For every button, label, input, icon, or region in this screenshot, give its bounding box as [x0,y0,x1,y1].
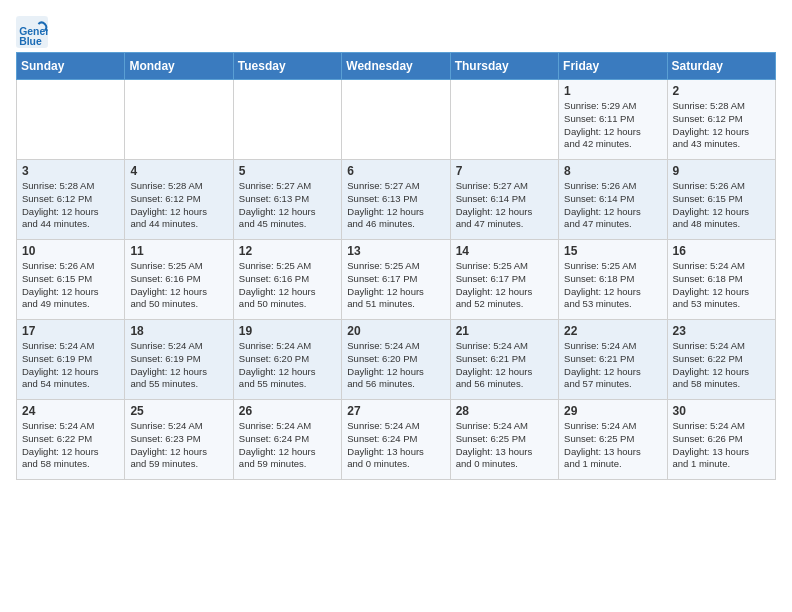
day-info: Sunrise: 5:26 AM Sunset: 6:15 PM Dayligh… [673,180,770,231]
calendar-cell: 23Sunrise: 5:24 AM Sunset: 6:22 PM Dayli… [667,320,775,400]
day-number: 13 [347,244,444,258]
day-info: Sunrise: 5:28 AM Sunset: 6:12 PM Dayligh… [130,180,227,231]
day-number: 20 [347,324,444,338]
day-number: 22 [564,324,661,338]
day-number: 9 [673,164,770,178]
weekday-header-row: SundayMondayTuesdayWednesdayThursdayFrid… [17,53,776,80]
day-number: 18 [130,324,227,338]
day-number: 6 [347,164,444,178]
weekday-header-wednesday: Wednesday [342,53,450,80]
calendar-cell: 27Sunrise: 5:24 AM Sunset: 6:24 PM Dayli… [342,400,450,480]
calendar-cell: 2Sunrise: 5:28 AM Sunset: 6:12 PM Daylig… [667,80,775,160]
day-number: 19 [239,324,336,338]
calendar-cell: 26Sunrise: 5:24 AM Sunset: 6:24 PM Dayli… [233,400,341,480]
day-info: Sunrise: 5:24 AM Sunset: 6:19 PM Dayligh… [130,340,227,391]
day-number: 16 [673,244,770,258]
calendar-cell: 21Sunrise: 5:24 AM Sunset: 6:21 PM Dayli… [450,320,558,400]
day-number: 15 [564,244,661,258]
week-row-1: 1Sunrise: 5:29 AM Sunset: 6:11 PM Daylig… [17,80,776,160]
day-info: Sunrise: 5:27 AM Sunset: 6:14 PM Dayligh… [456,180,553,231]
day-info: Sunrise: 5:25 AM Sunset: 6:18 PM Dayligh… [564,260,661,311]
calendar-cell: 18Sunrise: 5:24 AM Sunset: 6:19 PM Dayli… [125,320,233,400]
day-number: 30 [673,404,770,418]
day-info: Sunrise: 5:29 AM Sunset: 6:11 PM Dayligh… [564,100,661,151]
calendar-cell [342,80,450,160]
day-info: Sunrise: 5:24 AM Sunset: 6:20 PM Dayligh… [347,340,444,391]
calendar-cell: 30Sunrise: 5:24 AM Sunset: 6:26 PM Dayli… [667,400,775,480]
calendar-cell: 13Sunrise: 5:25 AM Sunset: 6:17 PM Dayli… [342,240,450,320]
day-info: Sunrise: 5:27 AM Sunset: 6:13 PM Dayligh… [347,180,444,231]
calendar-cell: 25Sunrise: 5:24 AM Sunset: 6:23 PM Dayli… [125,400,233,480]
day-number: 17 [22,324,119,338]
calendar-cell: 5Sunrise: 5:27 AM Sunset: 6:13 PM Daylig… [233,160,341,240]
calendar-cell [125,80,233,160]
day-info: Sunrise: 5:24 AM Sunset: 6:24 PM Dayligh… [239,420,336,471]
weekday-header-thursday: Thursday [450,53,558,80]
calendar-cell: 22Sunrise: 5:24 AM Sunset: 6:21 PM Dayli… [559,320,667,400]
day-number: 28 [456,404,553,418]
calendar-cell: 20Sunrise: 5:24 AM Sunset: 6:20 PM Dayli… [342,320,450,400]
day-info: Sunrise: 5:25 AM Sunset: 6:17 PM Dayligh… [347,260,444,311]
calendar-cell: 3Sunrise: 5:28 AM Sunset: 6:12 PM Daylig… [17,160,125,240]
day-number: 26 [239,404,336,418]
day-number: 27 [347,404,444,418]
calendar-cell: 28Sunrise: 5:24 AM Sunset: 6:25 PM Dayli… [450,400,558,480]
calendar-cell: 1Sunrise: 5:29 AM Sunset: 6:11 PM Daylig… [559,80,667,160]
calendar-cell: 15Sunrise: 5:25 AM Sunset: 6:18 PM Dayli… [559,240,667,320]
calendar-cell: 11Sunrise: 5:25 AM Sunset: 6:16 PM Dayli… [125,240,233,320]
week-row-3: 10Sunrise: 5:26 AM Sunset: 6:15 PM Dayli… [17,240,776,320]
day-info: Sunrise: 5:24 AM Sunset: 6:21 PM Dayligh… [456,340,553,391]
day-number: 1 [564,84,661,98]
page-header: General Blue [16,16,776,48]
day-info: Sunrise: 5:26 AM Sunset: 6:14 PM Dayligh… [564,180,661,231]
calendar-cell: 9Sunrise: 5:26 AM Sunset: 6:15 PM Daylig… [667,160,775,240]
day-number: 7 [456,164,553,178]
calendar-cell: 10Sunrise: 5:26 AM Sunset: 6:15 PM Dayli… [17,240,125,320]
calendar-cell [233,80,341,160]
calendar-table: SundayMondayTuesdayWednesdayThursdayFrid… [16,52,776,480]
day-number: 5 [239,164,336,178]
day-info: Sunrise: 5:25 AM Sunset: 6:17 PM Dayligh… [456,260,553,311]
calendar-cell [17,80,125,160]
weekday-header-friday: Friday [559,53,667,80]
day-number: 23 [673,324,770,338]
day-number: 12 [239,244,336,258]
day-number: 24 [22,404,119,418]
day-info: Sunrise: 5:24 AM Sunset: 6:19 PM Dayligh… [22,340,119,391]
day-info: Sunrise: 5:28 AM Sunset: 6:12 PM Dayligh… [673,100,770,151]
calendar-cell: 14Sunrise: 5:25 AM Sunset: 6:17 PM Dayli… [450,240,558,320]
day-number: 8 [564,164,661,178]
day-number: 3 [22,164,119,178]
day-info: Sunrise: 5:27 AM Sunset: 6:13 PM Dayligh… [239,180,336,231]
weekday-header-tuesday: Tuesday [233,53,341,80]
svg-text:Blue: Blue [19,36,42,47]
day-info: Sunrise: 5:26 AM Sunset: 6:15 PM Dayligh… [22,260,119,311]
day-info: Sunrise: 5:24 AM Sunset: 6:25 PM Dayligh… [456,420,553,471]
day-info: Sunrise: 5:24 AM Sunset: 6:24 PM Dayligh… [347,420,444,471]
calendar-cell: 17Sunrise: 5:24 AM Sunset: 6:19 PM Dayli… [17,320,125,400]
weekday-header-monday: Monday [125,53,233,80]
day-number: 21 [456,324,553,338]
day-info: Sunrise: 5:25 AM Sunset: 6:16 PM Dayligh… [239,260,336,311]
day-number: 2 [673,84,770,98]
day-info: Sunrise: 5:24 AM Sunset: 6:22 PM Dayligh… [22,420,119,471]
calendar-cell: 16Sunrise: 5:24 AM Sunset: 6:18 PM Dayli… [667,240,775,320]
day-number: 29 [564,404,661,418]
calendar-cell: 7Sunrise: 5:27 AM Sunset: 6:14 PM Daylig… [450,160,558,240]
day-info: Sunrise: 5:24 AM Sunset: 6:26 PM Dayligh… [673,420,770,471]
day-number: 25 [130,404,227,418]
calendar-cell: 24Sunrise: 5:24 AM Sunset: 6:22 PM Dayli… [17,400,125,480]
calendar-cell: 12Sunrise: 5:25 AM Sunset: 6:16 PM Dayli… [233,240,341,320]
day-info: Sunrise: 5:24 AM Sunset: 6:22 PM Dayligh… [673,340,770,391]
weekday-header-sunday: Sunday [17,53,125,80]
week-row-2: 3Sunrise: 5:28 AM Sunset: 6:12 PM Daylig… [17,160,776,240]
calendar-cell: 19Sunrise: 5:24 AM Sunset: 6:20 PM Dayli… [233,320,341,400]
calendar-cell: 29Sunrise: 5:24 AM Sunset: 6:25 PM Dayli… [559,400,667,480]
week-row-5: 24Sunrise: 5:24 AM Sunset: 6:22 PM Dayli… [17,400,776,480]
day-info: Sunrise: 5:24 AM Sunset: 6:20 PM Dayligh… [239,340,336,391]
logo-icon: General Blue [16,16,48,48]
day-info: Sunrise: 5:25 AM Sunset: 6:16 PM Dayligh… [130,260,227,311]
calendar-cell [450,80,558,160]
day-info: Sunrise: 5:24 AM Sunset: 6:18 PM Dayligh… [673,260,770,311]
day-number: 11 [130,244,227,258]
